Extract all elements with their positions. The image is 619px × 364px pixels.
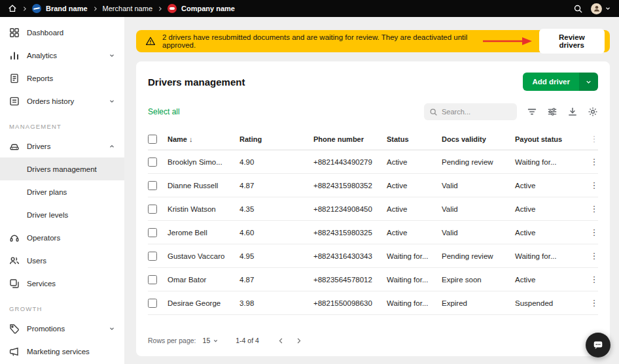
column-actions-icon[interactable]: ⋮ bbox=[590, 135, 599, 143]
column-header-phone[interactable]: Phone number bbox=[313, 135, 387, 143]
row-actions-button[interactable]: ⋮ bbox=[590, 252, 599, 260]
sort-descending-icon: ↓ bbox=[189, 135, 193, 143]
previous-page-button[interactable] bbox=[277, 337, 285, 344]
breadcrumb-brand[interactable]: Brand name bbox=[46, 5, 88, 12]
page-title: Drivers management bbox=[148, 76, 245, 88]
warning-banner: 2 drivers have resubmitted documents and… bbox=[136, 30, 610, 52]
rows-per-page-label: Rows per page: bbox=[148, 337, 196, 344]
sidebar-item-reports[interactable]: Reports bbox=[0, 67, 124, 90]
sidebar-item-marketing-services[interactable]: Marketing services bbox=[0, 340, 124, 363]
megaphone-icon bbox=[9, 346, 20, 357]
rows-per-page-select[interactable]: 15 bbox=[203, 337, 219, 344]
row-actions-button[interactable]: ⋮ bbox=[590, 181, 599, 190]
sidebar-section-management: MANAGEMENT bbox=[0, 112, 124, 135]
row-actions-button[interactable]: ⋮ bbox=[590, 157, 599, 166]
table-header-row: Name↓ Rating Phone number Status Docs va… bbox=[148, 128, 598, 150]
sidebar-item-dashboard[interactable]: Dashboard bbox=[0, 21, 124, 44]
search-icon bbox=[429, 108, 438, 116]
cell-rating: 4.60 bbox=[239, 229, 313, 237]
sidebar-item-label: Services bbox=[27, 280, 56, 288]
sidebar-item-driver-plans[interactable]: Driver plans bbox=[0, 180, 124, 203]
sidebar-item-label: Dashboard bbox=[27, 29, 63, 37]
sidebar: Dashboard Analytics Reports Orders histo… bbox=[0, 17, 124, 364]
cell-status: Active bbox=[387, 158, 442, 166]
cell-name: Dianne Russell bbox=[168, 182, 239, 190]
brand-logo bbox=[32, 4, 41, 13]
cell-status: Waiting for... bbox=[387, 252, 442, 260]
cell-status: Waiting for... bbox=[387, 299, 442, 307]
cell-name: Gustavo Vaccaro bbox=[168, 252, 239, 260]
services-icon bbox=[9, 278, 20, 289]
sidebar-item-drivers-management[interactable]: Drivers management bbox=[0, 157, 124, 180]
cell-phone: +8823564578012 bbox=[313, 276, 387, 284]
cell-name: Brooklyn Simo... bbox=[168, 158, 239, 166]
cell-rating: 4.87 bbox=[239, 276, 313, 284]
row-actions-button[interactable]: ⋮ bbox=[590, 228, 599, 237]
column-header-status[interactable]: Status bbox=[387, 135, 442, 143]
sidebar-item-driver-levels[interactable]: Driver levels bbox=[0, 203, 124, 226]
review-drivers-button[interactable]: Review drivers bbox=[539, 29, 605, 54]
cell-docs: Valid bbox=[442, 182, 515, 190]
sidebar-item-label: Drivers bbox=[27, 142, 50, 150]
row-checkbox[interactable] bbox=[148, 299, 157, 308]
settings-gear-icon[interactable] bbox=[588, 107, 598, 117]
cell-docs: Valid bbox=[442, 229, 515, 237]
column-header-rating[interactable]: Rating bbox=[239, 135, 313, 143]
row-checkbox[interactable] bbox=[148, 157, 157, 167]
row-actions-button[interactable]: ⋮ bbox=[590, 299, 599, 307]
cell-phone: +8824315980352 bbox=[313, 182, 387, 190]
next-page-button[interactable] bbox=[295, 337, 302, 344]
column-header-payout[interactable]: Payout status bbox=[515, 135, 587, 143]
cell-status: Active bbox=[387, 205, 442, 213]
company-logo bbox=[168, 4, 177, 13]
row-checkbox[interactable] bbox=[148, 205, 157, 214]
orders-list-icon bbox=[9, 96, 20, 107]
select-all-link[interactable]: Select all bbox=[148, 107, 180, 116]
bar-chart-icon bbox=[9, 50, 20, 61]
add-driver-button[interactable]: Add driver bbox=[523, 73, 579, 91]
cell-rating: 4.90 bbox=[239, 158, 313, 166]
row-actions-button[interactable]: ⋮ bbox=[590, 275, 599, 284]
sidebar-item-operators[interactable]: Operators bbox=[0, 226, 124, 249]
breadcrumb-company[interactable]: Company name bbox=[181, 5, 235, 12]
download-icon[interactable] bbox=[567, 107, 578, 117]
column-header-docs[interactable]: Docs validity bbox=[442, 135, 515, 143]
cell-phone: +8824315980325 bbox=[313, 229, 387, 237]
sidebar-item-orders-history[interactable]: Orders history bbox=[0, 90, 124, 112]
breadcrumb-merchant[interactable]: Merchant name bbox=[103, 5, 152, 12]
cell-docs: Valid bbox=[442, 205, 515, 213]
row-checkbox[interactable] bbox=[148, 181, 157, 190]
table-row: Gustavo Vaccaro 4.95 +8824316430343 Wait… bbox=[148, 244, 598, 268]
sidebar-item-drivers[interactable]: Drivers bbox=[0, 135, 124, 157]
column-header-name[interactable]: Name↓ bbox=[168, 135, 239, 143]
cell-status: Active bbox=[387, 182, 442, 190]
sidebar-item-analytics[interactable]: Analytics bbox=[0, 44, 124, 67]
cell-docs: Pending review bbox=[442, 158, 515, 166]
warning-triangle-icon bbox=[145, 36, 156, 46]
table-row: Jerome Bell 4.60 +8824315980325 Active V… bbox=[148, 221, 598, 244]
table-row: Dianne Russell 4.87 +8824315980352 Activ… bbox=[148, 174, 598, 197]
select-all-checkbox[interactable] bbox=[148, 135, 157, 144]
breadcrumb-separator-icon bbox=[22, 6, 27, 12]
account-menu[interactable] bbox=[591, 3, 611, 14]
chat-widget-button[interactable] bbox=[586, 333, 610, 357]
search-icon[interactable] bbox=[573, 4, 583, 14]
home-icon[interactable] bbox=[8, 4, 17, 13]
row-checkbox[interactable] bbox=[148, 252, 157, 261]
drivers-management-card: Drivers management Add driver Select all bbox=[136, 61, 610, 356]
sidebar-item-users[interactable]: Users bbox=[0, 249, 124, 272]
cell-name: Kristin Watson bbox=[168, 205, 239, 213]
row-actions-button[interactable]: ⋮ bbox=[590, 205, 599, 213]
filter-icon[interactable] bbox=[527, 107, 537, 117]
sidebar-item-promotions[interactable]: Promotions bbox=[0, 317, 124, 340]
search-input[interactable] bbox=[442, 108, 512, 116]
sidebar-item-services[interactable]: Services bbox=[0, 272, 124, 295]
cell-status: Waiting for... bbox=[387, 276, 442, 284]
row-checkbox[interactable] bbox=[148, 275, 157, 284]
row-checkbox[interactable] bbox=[148, 228, 157, 237]
adjustments-icon[interactable] bbox=[547, 107, 557, 117]
add-driver-dropdown-button[interactable] bbox=[579, 73, 598, 91]
red-arrow-annotation bbox=[482, 37, 533, 46]
sidebar-item-label: Operators bbox=[27, 234, 60, 242]
cell-payout: Active bbox=[515, 182, 587, 190]
